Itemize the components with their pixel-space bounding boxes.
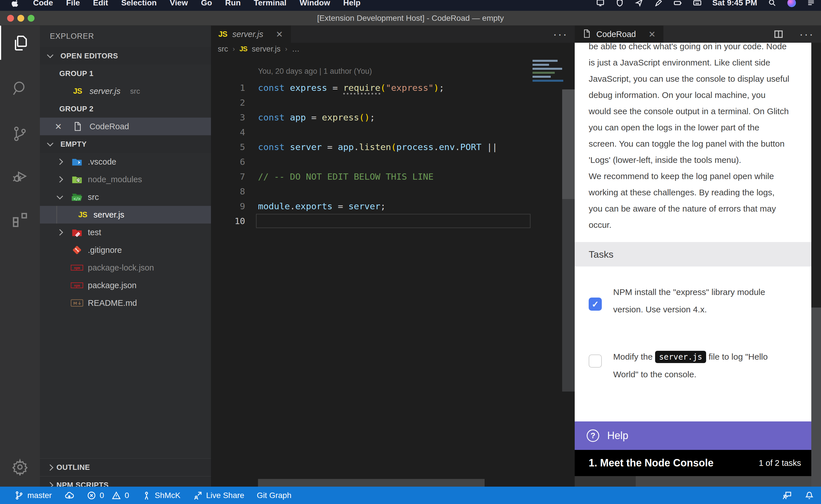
javascript-file-icon: JS [240, 45, 247, 53]
display-status-icon[interactable] [596, 0, 604, 7]
menu-item-run[interactable]: Run [225, 0, 241, 7]
code-line-7[interactable]: 7// -- DO NOT EDIT BELOW THIS LINE [211, 169, 532, 184]
minimap-line [532, 72, 555, 74]
code-line-9[interactable]: 9module.exports = server; [211, 199, 532, 214]
activity-bar [0, 26, 40, 487]
outline-section-header[interactable]: OUTLINE [40, 458, 211, 476]
close-tab-icon[interactable]: ✕ [276, 29, 283, 39]
code-line-2[interactable]: 2 [211, 95, 532, 110]
tree-item-serverjs[interactable]: JS server.js [40, 206, 211, 224]
svg-text:</>: </> [73, 197, 80, 201]
code-line-1[interactable]: 1const express = require("express"); [211, 80, 532, 95]
code-line-8[interactable]: 8 [211, 184, 532, 199]
minimap[interactable] [531, 55, 562, 175]
paragraph-line: debug information. On your local machine… [589, 87, 805, 103]
npm-scripts-section-header[interactable]: NPM SCRIPTS [40, 476, 211, 487]
help-section-header[interactable]: ? Help [575, 421, 811, 450]
tree-item-vscode[interactable]: .vscode [40, 153, 211, 171]
source-control-icon[interactable] [0, 117, 40, 151]
menu-item-view[interactable]: View [170, 0, 188, 7]
open-editor-serverjs[interactable]: JS server.js src [40, 82, 211, 100]
close-tab-icon[interactable]: ✕ [649, 29, 656, 39]
git-graph-button[interactable]: Git Graph [257, 491, 291, 500]
tree-item-src[interactable]: </> src [40, 188, 211, 206]
tree-item-gitignore[interactable]: .gitignore [40, 241, 211, 259]
webview-scrollbar[interactable] [811, 43, 821, 487]
code-line-3[interactable]: 3const app = express(); [211, 110, 532, 125]
folder-section-header[interactable]: EMPTY [40, 135, 211, 153]
tree-item-readme[interactable]: M README.md [40, 294, 211, 312]
menu-item-go[interactable]: Go [201, 0, 212, 7]
open-editor-coderoad[interactable]: ✕ CodeRoad [40, 118, 211, 135]
search-icon[interactable] [0, 71, 40, 105]
menu-item-window[interactable]: Window [300, 0, 330, 7]
breadcrumb-src[interactable]: src [218, 45, 228, 54]
task-checkbox-unchecked[interactable] [589, 355, 602, 368]
git-branch-status[interactable]: master [14, 491, 52, 500]
window-title: [Extension Development Host] - CodeRoad … [0, 11, 821, 26]
chevron-right-icon [47, 464, 54, 471]
control-center-icon[interactable] [807, 0, 815, 7]
menu-item-code[interactable]: Code [33, 0, 53, 7]
notifications-button[interactable] [804, 491, 814, 500]
tree-item-package-json[interactable]: npm package.json [40, 276, 211, 294]
run-debug-icon[interactable] [0, 159, 40, 194]
pencil-status-icon[interactable] [654, 0, 663, 7]
editor-group-2-label[interactable]: GROUP 2 [40, 100, 211, 118]
javascript-file-icon: JS [76, 209, 89, 220]
question-circle-icon: ? [587, 429, 599, 442]
siri-icon[interactable] [787, 0, 796, 7]
editor-group-1-label[interactable]: GROUP 1 [40, 65, 211, 82]
tree-item-package-lock[interactable]: npm package-lock.json [40, 259, 211, 276]
account-status[interactable]: ShMcK [142, 491, 180, 500]
spotlight-search-icon[interactable] [768, 0, 777, 7]
location-arrow-icon[interactable] [635, 0, 644, 7]
bell-icon [804, 491, 814, 500]
battery-status-icon[interactable] [674, 0, 682, 7]
editor-actions-icon[interactable]: ··· [553, 31, 568, 37]
close-icon[interactable]: ✕ [55, 122, 62, 132]
menu-item-help[interactable]: Help [343, 0, 361, 7]
breadcrumb-tail[interactable]: … [292, 45, 300, 54]
shield-status-icon[interactable] [615, 0, 624, 7]
task-checkbox-checked[interactable]: ✓ [589, 298, 602, 311]
code-line-4[interactable]: 4 [211, 125, 532, 140]
scrollbar-track [562, 199, 575, 392]
breadcrumb-file[interactable]: server.js [252, 45, 281, 54]
split-editor-icon[interactable] [774, 29, 783, 39]
code-line-5[interactable]: 5const server = app.listen(process.env.P… [211, 140, 532, 154]
file-icon [582, 29, 591, 39]
settings-gear-icon[interactable] [0, 450, 40, 484]
editor-horizontal-scrollbar[interactable] [258, 479, 485, 487]
keyboard-status-icon[interactable] [693, 0, 702, 7]
panel-actions-icon[interactable]: ··· [799, 31, 814, 37]
scrollbar-thumb[interactable] [562, 89, 575, 199]
tree-item-test[interactable]: test [40, 224, 211, 241]
menu-item-file[interactable]: File [66, 0, 80, 7]
code-line-6[interactable]: 6 [211, 154, 532, 169]
menu-item-selection[interactable]: Selection [121, 0, 156, 7]
paragraph-line: We recommend to keep the log panel open … [589, 168, 805, 184]
live-share-button[interactable]: Live Share [193, 491, 244, 500]
code-editor[interactable]: You, 20 days ago | 1 author (You) 1const… [211, 55, 532, 479]
code-text: const express = require("express"); [258, 80, 444, 95]
chevron-right-icon [57, 176, 63, 183]
menu-item-terminal[interactable]: Terminal [254, 0, 287, 7]
explorer-icon[interactable] [0, 26, 40, 60]
problems-status[interactable]: 0 0 [87, 491, 129, 500]
code-line-10[interactable]: 10 [211, 214, 532, 228]
tree-item-node-modules[interactable]: JS node_modules [40, 171, 211, 188]
editor-vertical-scrollbar[interactable] [562, 55, 575, 479]
extensions-icon[interactable] [0, 202, 40, 236]
svg-text:JS: JS [77, 179, 80, 182]
line-number: 9 [211, 199, 245, 214]
sync-publish-button[interactable] [64, 491, 74, 500]
scrollbar-thumb[interactable] [811, 308, 821, 487]
menu-item-edit[interactable]: Edit [93, 0, 108, 7]
git-blame-lens[interactable]: You, 20 days ago | 1 author (You) [258, 65, 532, 80]
open-editors-header[interactable]: OPEN EDITORS [40, 47, 211, 65]
tab-serverjs[interactable]: JS server.js ✕ [211, 26, 291, 43]
tasks-heading: Tasks [575, 242, 811, 267]
feedback-button[interactable] [782, 491, 792, 500]
tab-coderoad[interactable]: CodeRoad ✕ [575, 26, 663, 43]
